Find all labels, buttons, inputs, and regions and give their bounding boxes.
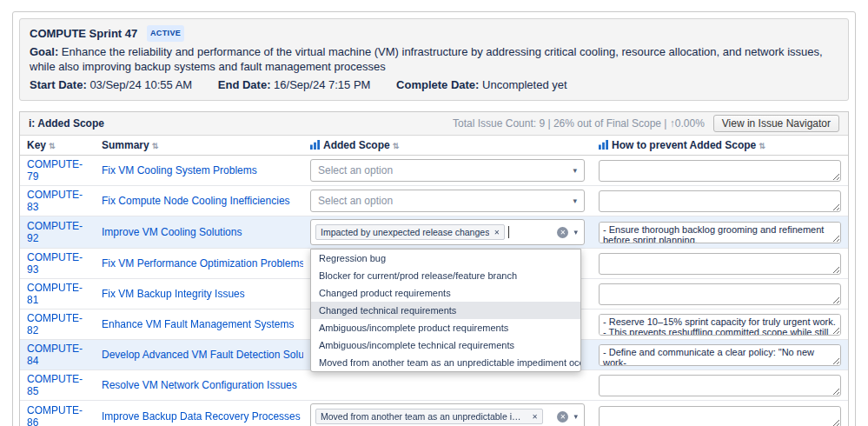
table-row: COMPUTE-86 Improve Backup Data Recovery …	[20, 401, 848, 426]
added-scope-select[interactable]: Select an option ▾	[310, 159, 585, 182]
sprint-header-panel: COMPUTE Sprint 47 ACTIVE Goal: Enhance t…	[19, 18, 849, 101]
chip-label: Impacted by unexpected release changes	[321, 227, 489, 237]
table-row: COMPUTE-92 Improve VM Cooling Solutions …	[20, 216, 848, 249]
view-in-issue-navigator-button[interactable]: View in Issue Navigator	[713, 115, 839, 132]
bar-chart-icon	[599, 140, 608, 150]
sprint-name: COMPUTE Sprint 47	[30, 27, 137, 40]
text-caret	[508, 226, 509, 238]
chevron-down-icon[interactable]: ▾	[573, 412, 578, 421]
issue-key-link[interactable]: COMPUTE-84	[27, 343, 83, 367]
issue-key-link[interactable]: COMPUTE-92	[27, 220, 83, 244]
issue-summary-link[interactable]: Enhance VM Fault Management Systems	[102, 318, 294, 330]
prevent-textarea[interactable]	[599, 190, 841, 212]
table-row: COMPUTE-85 Resolve VM Network Configurat…	[20, 370, 848, 401]
table-column-headers: Key⇅ Summary⇅ Added Scope⇅ How to preven…	[20, 136, 848, 156]
end-date-value: 16/Sep/24 7:15 PM	[274, 78, 370, 91]
added-scope-select[interactable]: Select an option ▾	[310, 190, 585, 212]
prevent-textarea[interactable]: - Ensure thorough backlog grooming and r…	[599, 222, 841, 243]
issue-summary-link[interactable]: Develop Advanced VM Fault Detection Solu…	[102, 349, 303, 361]
goal-label: Goal:	[30, 45, 58, 58]
column-header-key[interactable]: Key⇅	[20, 136, 95, 155]
goal-text: Enhance the reliability and performance …	[30, 45, 823, 73]
sort-icon[interactable]: ⇅	[759, 142, 765, 150]
issue-count-stats: Total Issue Count: 9 | 26% out of Final …	[453, 117, 705, 130]
issue-summary-link[interactable]: Improve VM Cooling Solutions	[102, 226, 242, 238]
table-row: COMPUTE-83 Fix Compute Node Cooling Inef…	[20, 186, 848, 216]
added-scope-dropdown: Regression bug Blocker for current/prod …	[310, 249, 581, 372]
issue-summary-link[interactable]: Resolve VM Network Configuration Issues	[102, 379, 297, 391]
chevron-down-icon[interactable]: ▾	[573, 228, 578, 236]
column-header-prevent[interactable]: How to prevent Added Scope⇅	[592, 136, 848, 155]
dropdown-option[interactable]: Changed product requirements	[311, 284, 580, 302]
table-row: COMPUTE-79 Fix VM Cooling System Problem…	[20, 156, 848, 186]
issue-key-link[interactable]: COMPUTE-82	[27, 312, 83, 336]
issue-key-link[interactable]: COMPUTE-83	[27, 189, 83, 213]
sprint-dates: Start Date: 03/Sep/24 10:55 AM End Date:…	[30, 77, 838, 92]
added-scope-table: i: Added Scope Total Issue Count: 9 | 26…	[19, 111, 849, 426]
dropdown-option[interactable]: Regression bug	[311, 250, 580, 267]
start-date-label: Start Date:	[30, 78, 87, 91]
chevron-down-icon: ▾	[573, 166, 577, 175]
issue-summary-link[interactable]: Fix VM Performance Optimization Problems	[102, 257, 303, 270]
prevent-textarea[interactable]: - Define and communicate a clear policy:…	[599, 344, 841, 366]
prevent-textarea[interactable]	[599, 375, 841, 396]
dropdown-option[interactable]: Ambiguous/incomplete technical requireme…	[311, 336, 580, 354]
issue-key-link[interactable]: COMPUTE-81	[27, 282, 83, 306]
section-header-bar: i: Added Scope Total Issue Count: 9 | 26…	[20, 112, 848, 136]
chevron-down-icon: ▾	[573, 196, 577, 205]
chip-remove-icon[interactable]: ✕	[532, 413, 538, 421]
dropdown-option-highlighted[interactable]: Changed technical requirements	[311, 302, 580, 319]
issue-summary-link[interactable]: Fix VM Cooling System Problems	[102, 164, 257, 176]
selected-option-chip: Impacted by unexpected release changes ✕	[315, 224, 505, 240]
column-header-summary[interactable]: Summary⇅	[95, 136, 303, 155]
start-date-value: 03/Sep/24 10:55 AM	[89, 78, 192, 91]
clear-all-icon[interactable]: ✕	[557, 227, 568, 238]
prevent-textarea[interactable]: - Reserve 10–15% sprint capacity for tru…	[599, 314, 841, 336]
sort-icon[interactable]: ⇅	[152, 142, 159, 150]
issue-key-link[interactable]: COMPUTE-86	[27, 404, 83, 426]
sort-icon[interactable]: ⇅	[393, 142, 400, 150]
prevent-textarea[interactable]	[599, 283, 841, 305]
issue-summary-link[interactable]: Improve Backup Data Recovery Processes	[102, 410, 301, 423]
dropdown-option[interactable]: Blocker for current/prod release/feature…	[311, 267, 580, 284]
chip-remove-icon[interactable]: ✕	[494, 229, 500, 236]
bar-chart-icon	[310, 140, 320, 150]
select-placeholder: Select an option	[318, 195, 393, 207]
select-placeholder: Select an option	[318, 164, 393, 176]
section-title: i: Added Scope	[29, 117, 104, 130]
dropdown-option[interactable]: Ambiguous/incomplete product requirement…	[311, 319, 580, 336]
column-header-added-scope[interactable]: Added Scope⇅	[303, 136, 592, 155]
dropdown-option[interactable]: Moved from another team as an unpredicta…	[311, 354, 580, 371]
issue-summary-link[interactable]: Fix VM Backup Integrity Issues	[102, 288, 245, 300]
page-container: COMPUTE Sprint 47 ACTIVE Goal: Enhance t…	[12, 11, 856, 426]
added-scope-multiselect[interactable]: Impacted by unexpected release changes ✕…	[310, 219, 585, 245]
sprint-goal: Goal: Enhance the reliability and perfor…	[30, 44, 838, 74]
issue-key-link[interactable]: COMPUTE-79	[27, 158, 83, 183]
end-date-label: End Date:	[218, 78, 271, 91]
prevent-textarea[interactable]	[599, 406, 841, 426]
prevent-textarea[interactable]	[599, 160, 841, 182]
sort-icon[interactable]: ⇅	[49, 142, 56, 150]
chip-label: Moved from another team as an unpredicta…	[321, 411, 527, 422]
issue-key-link[interactable]: COMPUTE-85	[27, 373, 83, 397]
clear-all-icon[interactable]: ✕	[557, 411, 568, 423]
complete-date-value: Uncompleted yet	[482, 78, 567, 91]
added-scope-multiselect[interactable]: Moved from another team as an unpredicta…	[310, 403, 585, 426]
issue-summary-link[interactable]: Fix Compute Node Cooling Inefficiencies	[102, 195, 290, 207]
issue-key-link[interactable]: COMPUTE-93	[27, 251, 83, 276]
prevent-textarea[interactable]	[599, 253, 841, 275]
sprint-title-row: COMPUTE Sprint 47 ACTIVE	[30, 25, 838, 42]
complete-date-label: Complete Date:	[396, 78, 479, 91]
sprint-status-badge: ACTIVE	[147, 25, 184, 42]
selected-option-chip: Moved from another team as an unpredicta…	[315, 409, 543, 424]
